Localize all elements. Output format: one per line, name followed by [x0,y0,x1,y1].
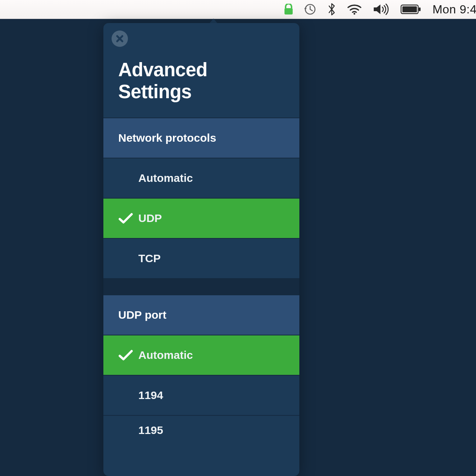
option-label: 1194 [138,389,163,402]
check-icon [118,212,138,224]
svg-rect-4 [402,6,417,12]
svg-rect-0 [284,8,293,15]
settings-list: Network protocols Automatic UDP TCP UDP … [103,118,299,445]
option-label: UDP [138,212,162,225]
macos-menubar: Mon 9:4 [0,0,476,19]
menubar-clock[interactable]: Mon 9:4 [432,0,476,19]
svg-rect-5 [419,7,421,11]
volume-icon[interactable] [373,0,389,19]
advanced-settings-panel: Advanced Settings Network protocols Auto… [103,23,299,476]
time-machine-icon[interactable] [303,0,316,19]
option-protocol-automatic[interactable]: Automatic [103,158,299,198]
bluetooth-icon[interactable] [328,0,336,19]
section-gap [103,278,299,295]
section-header-udp-port: UDP port [103,295,299,335]
close-button[interactable] [112,30,128,47]
section-header-label: Network protocols [118,132,216,144]
option-port-1194[interactable]: 1194 [103,375,299,415]
svg-point-2 [353,13,355,15]
option-protocol-tcp[interactable]: TCP [103,238,299,278]
panel-title: Advanced Settings [103,23,299,118]
option-label: Automatic [138,172,193,184]
check-icon [118,349,138,361]
section-header-label: UDP port [118,309,166,321]
option-port-1195[interactable]: 1195 [103,415,299,445]
option-protocol-udp[interactable]: UDP [103,198,299,238]
close-icon [116,35,124,43]
option-label: 1195 [138,424,163,437]
option-label: Automatic [138,349,193,361]
option-port-automatic[interactable]: Automatic [103,335,299,375]
battery-icon[interactable] [401,0,421,19]
section-header-network-protocols: Network protocols [103,118,299,158]
wifi-icon[interactable] [347,0,362,19]
option-label: TCP [138,252,161,265]
lock-icon[interactable] [284,0,293,19]
